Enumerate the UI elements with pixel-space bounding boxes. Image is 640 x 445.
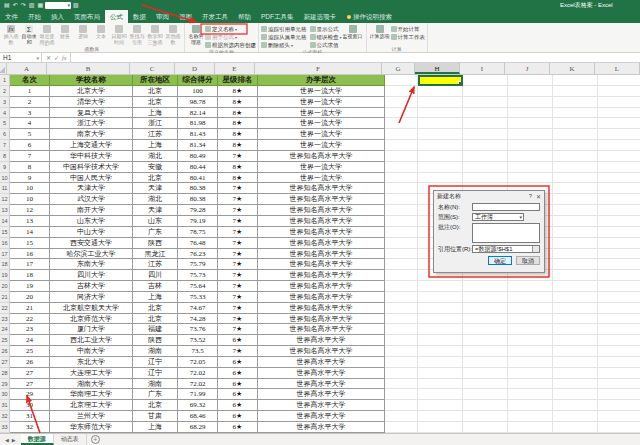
cell-B26[interactable]: 中南大学 <box>50 346 133 357</box>
cell-L31[interactable] <box>598 400 640 411</box>
cell-H33[interactable] <box>418 422 463 433</box>
cell-G17[interactable] <box>385 249 418 260</box>
cell-L13[interactable] <box>598 205 640 216</box>
cell-K14[interactable] <box>553 216 598 227</box>
column-header-L[interactable]: L <box>595 63 640 74</box>
cell-B32[interactable]: 兰州大学 <box>50 411 133 422</box>
cell-B8[interactable]: 华中科技大学 <box>50 151 133 162</box>
cell-F32[interactable]: 世界高水平大学 <box>258 411 385 422</box>
cell-F24[interactable]: 世界知名高水平大学 <box>258 324 385 335</box>
cell-C20[interactable]: 吉林 <box>133 281 178 292</box>
cell-J32[interactable] <box>508 411 553 422</box>
cell-F6[interactable]: 世界一流大学 <box>258 129 385 140</box>
tab-新建选项卡[interactable]: 新建选项卡 <box>299 10 342 23</box>
row-header-26[interactable]: 26 <box>0 346 10 357</box>
tab-PDF工具集[interactable]: PDF工具集 <box>256 10 299 23</box>
cell-K19[interactable] <box>553 270 598 281</box>
cell-A26[interactable]: 25 <box>10 346 50 357</box>
insert-function-button[interactable]: fx 插入函数 <box>2 24 20 45</box>
cell-F31[interactable]: 世界高水平大学 <box>258 400 385 411</box>
cell-F20[interactable]: 世界知名高水平大学 <box>258 281 385 292</box>
paste-icon[interactable]: ▧ <box>73 2 79 8</box>
cell-D23[interactable]: 74.28 <box>178 314 218 325</box>
cell-C25[interactable]: 陕西 <box>133 335 178 346</box>
defined-name-1[interactable]: 用于公式▾ <box>205 33 256 41</box>
cell-C21[interactable]: 上海 <box>133 292 178 303</box>
collapse-dialog-icon[interactable] <box>532 246 539 252</box>
cell-A22[interactable]: 21 <box>10 303 50 314</box>
cell-D25[interactable]: 73.52 <box>178 335 218 346</box>
cell-G27[interactable] <box>385 357 418 368</box>
row-header-6[interactable]: 6 <box>0 129 10 140</box>
cell-B15[interactable]: 中山大学 <box>50 227 133 238</box>
cell-L19[interactable] <box>598 270 640 281</box>
cell-K20[interactable] <box>553 281 598 292</box>
cell-L22[interactable] <box>598 303 640 314</box>
cell-L33[interactable] <box>598 422 640 433</box>
cell-D20[interactable]: 75.64 <box>178 281 218 292</box>
cell-I32[interactable] <box>463 411 508 422</box>
cell-C32[interactable]: 甘肃 <box>133 411 178 422</box>
cell-B12[interactable]: 武汉大学 <box>50 194 133 205</box>
cell-J5[interactable] <box>508 118 553 129</box>
cell-I28[interactable] <box>463 368 508 379</box>
cell-H20[interactable] <box>418 281 463 292</box>
row-header-18[interactable]: 18 <box>0 259 10 270</box>
audit1-0[interactable]: 追踪引用单元格 <box>261 25 307 33</box>
cell-H30[interactable] <box>418 389 463 400</box>
cell-C23[interactable]: 北京 <box>133 314 178 325</box>
cell-C19[interactable]: 四川 <box>133 270 178 281</box>
cell-L25[interactable] <box>598 335 640 346</box>
cell-B11[interactable]: 天津大学 <box>50 183 133 194</box>
cell-E7[interactable]: 8★ <box>218 140 258 151</box>
cell-L6[interactable] <box>598 129 640 140</box>
cell-D15[interactable]: 78.75 <box>178 227 218 238</box>
cell-I23[interactable] <box>463 314 508 325</box>
cell-G19[interactable] <box>385 270 418 281</box>
cell-B13[interactable]: 南开大学 <box>50 205 133 216</box>
cell-B4[interactable]: 复旦大学 <box>50 108 133 119</box>
row-header-9[interactable]: 9 <box>0 162 10 173</box>
cell-D28[interactable]: 72.02 <box>178 368 218 379</box>
cell-F10[interactable]: 世界一流大学 <box>258 173 385 184</box>
cell-L12[interactable] <box>598 194 640 205</box>
tab-公式[interactable]: 公式 <box>105 10 128 23</box>
cell-H5[interactable] <box>418 118 463 129</box>
cell-K33[interactable] <box>553 422 598 433</box>
cell-F16[interactable]: 世界知名高水平大学 <box>258 238 385 249</box>
cell-G21[interactable] <box>385 292 418 303</box>
cell-L5[interactable] <box>598 118 640 129</box>
cell-E24[interactable]: 7★ <box>218 324 258 335</box>
row-header-24[interactable]: 24 <box>0 324 10 335</box>
cell-D33[interactable]: 68.29 <box>178 422 218 433</box>
cell-F7[interactable]: 世界一流大学 <box>258 140 385 151</box>
cell-B10[interactable]: 中国人民大学 <box>50 173 133 184</box>
cell-G23[interactable] <box>385 314 418 325</box>
cell-E3[interactable]: 8★ <box>218 97 258 108</box>
dialog-close-button[interactable]: ✕ <box>536 193 541 200</box>
cell-J10[interactable] <box>508 173 553 184</box>
cell-G4[interactable] <box>385 108 418 119</box>
cell-I21[interactable] <box>463 292 508 303</box>
column-header-J[interactable]: J <box>505 63 550 74</box>
row-header-17[interactable]: 17 <box>0 249 10 260</box>
row-header-13[interactable]: 13 <box>0 205 10 216</box>
cell-A25[interactable]: 24 <box>10 335 50 346</box>
cell-G12[interactable] <box>385 194 418 205</box>
dialog-help-button[interactable]: ? <box>529 193 532 200</box>
cell-L30[interactable] <box>598 389 640 400</box>
cell-G32[interactable] <box>385 411 418 422</box>
cell-I9[interactable] <box>463 162 508 173</box>
calculation-options-button[interactable]: 计算选项 <box>369 24 391 40</box>
cell-G20[interactable] <box>385 281 418 292</box>
tab-数据[interactable]: 数据 <box>128 10 151 23</box>
cell-C17[interactable]: 黑龙江 <box>133 249 178 260</box>
cell-A19[interactable]: 18 <box>10 270 50 281</box>
cell-I24[interactable] <box>463 324 508 335</box>
cell-F17[interactable]: 世界知名高水平大学 <box>258 249 385 260</box>
cell-G11[interactable] <box>385 183 418 194</box>
cell-K22[interactable] <box>553 303 598 314</box>
cell-D2[interactable]: 100 <box>178 86 218 97</box>
cell-I31[interactable] <box>463 400 508 411</box>
cell-L28[interactable] <box>598 368 640 379</box>
